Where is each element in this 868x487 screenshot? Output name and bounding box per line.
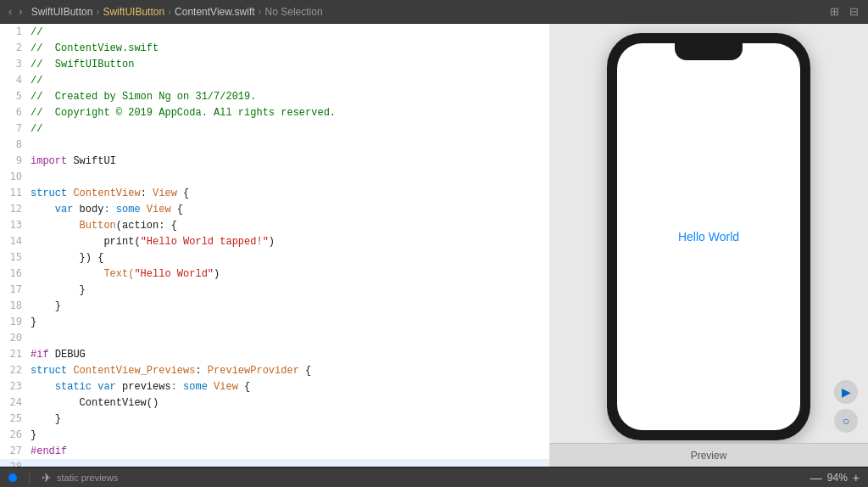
line-number: 14 (0, 233, 31, 249)
line-number: 23 (0, 378, 31, 394)
grid-view-button[interactable]: ⊞ (827, 5, 842, 18)
code-line-28: 28 (0, 459, 549, 467)
breadcrumb-sep-2: › (168, 6, 171, 18)
zoom-level: 94% (827, 472, 848, 484)
breadcrumb-file[interactable]: ContentView.swift (175, 6, 255, 18)
code-token: { (171, 204, 183, 216)
code-token: // SwiftUIButton (31, 59, 134, 70)
code-line-25: 25 } (0, 411, 549, 427)
code-line-14: 14 print("Hello World tapped!") (0, 233, 549, 249)
code-area[interactable]: 1//2// ContentView.swift3// SwiftUIButto… (0, 24, 549, 467)
preview-controls: ▶ ○ (834, 380, 858, 433)
line-number: 5 (0, 88, 31, 104)
line-content: Button(action: { (31, 218, 549, 233)
code-token: : (195, 365, 207, 377)
line-content: struct ContentView_Previews: PreviewProv… (31, 363, 549, 378)
code-token: PreviewProvider (208, 365, 299, 377)
code-token: { (238, 381, 250, 393)
code-line-27: 27#endif (0, 443, 549, 459)
code-token: } (31, 300, 61, 312)
code-token: "Hello World" (134, 268, 214, 280)
line-number: 19 (0, 314, 31, 329)
code-token: : some (171, 381, 214, 393)
back-button[interactable]: ‹ (7, 5, 14, 18)
code-editor[interactable]: 1//2// ContentView.swift3// SwiftUIButto… (0, 24, 549, 467)
code-line-20: 20 (0, 330, 549, 346)
line-content: var body: some View { (31, 202, 549, 217)
code-line-11: 11struct ContentView: View { (0, 185, 549, 201)
breadcrumb-sep-1: › (96, 6, 99, 18)
code-line-5: 5// Created by Simon Ng on 31/7/2019. (0, 88, 549, 104)
line-number: 24 (0, 395, 31, 410)
line-content: import SwiftUI (31, 154, 549, 169)
statusbar: ✈ static previews — 94% + (0, 467, 868, 487)
zoom-out-button[interactable]: — (810, 471, 822, 484)
line-number: 16 (0, 266, 31, 281)
code-token: } (31, 413, 61, 425)
line-content: // ContentView.swift (31, 41, 549, 56)
inspect-button[interactable]: ⊟ (847, 5, 861, 18)
breadcrumb-sep-3: › (259, 6, 262, 18)
code-token: } (31, 429, 36, 441)
code-token: : some (103, 204, 146, 216)
code-token: : (141, 188, 153, 199)
code-token: } (31, 316, 36, 328)
line-content: #endif (31, 444, 549, 459)
breadcrumb-folder[interactable]: SwiftUIButton (103, 6, 164, 18)
code-token: View (147, 204, 171, 216)
code-token: ) (269, 236, 275, 248)
code-token: DEBUG (55, 349, 86, 361)
code-line-22: 22struct ContentView_Previews: PreviewPr… (0, 362, 549, 378)
code-token: #if (31, 349, 55, 361)
preview-label-bar: Preview (549, 443, 868, 467)
code-token: // ContentView.swift (31, 42, 159, 54)
code-line-9: 9import SwiftUI (0, 153, 549, 169)
iphone-frame: Hello World (607, 33, 810, 440)
code-token: struct (31, 365, 73, 377)
topbar-right: ⊞ ⊟ (827, 5, 861, 18)
code-token: View (214, 381, 238, 393)
code-token: Button (31, 220, 116, 232)
forward-button[interactable]: › (17, 5, 24, 18)
code-line-24: 24 ContentView() (0, 395, 549, 411)
line-number: 25 (0, 411, 31, 426)
code-token: View (153, 188, 177, 199)
line-content (31, 331, 549, 346)
code-line-19: 19} (0, 314, 549, 330)
line-number: 28 (0, 459, 31, 467)
line-number: 1 (0, 24, 31, 39)
zoom-controls: — 94% + (810, 471, 860, 484)
line-number: 27 (0, 443, 31, 458)
preview-stop-button[interactable]: ○ (834, 409, 858, 433)
main-content: 1//2// ContentView.swift3// SwiftUIButto… (0, 24, 868, 467)
code-token: import (31, 155, 73, 167)
code-line-2: 2// ContentView.swift (0, 40, 549, 56)
line-content: Text("Hello World") (31, 266, 549, 282)
code-token: static var (31, 381, 122, 393)
line-content: } (31, 315, 549, 330)
line-number: 10 (0, 169, 31, 184)
preview-play-button[interactable]: ▶ (834, 380, 858, 404)
code-line-10: 10 (0, 169, 549, 185)
zoom-in-button[interactable]: + (853, 471, 860, 484)
line-number: 12 (0, 201, 31, 216)
breadcrumb-project[interactable]: SwiftUIButton (31, 6, 93, 18)
line-number: 13 (0, 217, 31, 232)
line-content (31, 170, 549, 185)
iphone-notch (675, 43, 743, 60)
line-content: // (31, 121, 549, 137)
preview-label: Preview (691, 450, 727, 462)
code-line-15: 15 }) { (0, 249, 549, 266)
line-content: // (31, 73, 549, 88)
line-number: 17 (0, 282, 31, 297)
code-token: ContentView() (31, 397, 159, 409)
status-dot (8, 473, 17, 482)
line-content: } (31, 411, 549, 427)
line-number: 9 (0, 153, 31, 168)
code-token: // Created by Simon Ng on 31/7/2019. (31, 91, 256, 103)
breadcrumb: SwiftUIButton › SwiftUIButton › ContentV… (31, 6, 323, 18)
code-line-23: 23 static var previews: some View { (0, 378, 549, 395)
line-number: 22 (0, 362, 31, 378)
code-line-13: 13 Button(action: { (0, 217, 549, 233)
status-left: ✈ static previews (8, 471, 118, 484)
